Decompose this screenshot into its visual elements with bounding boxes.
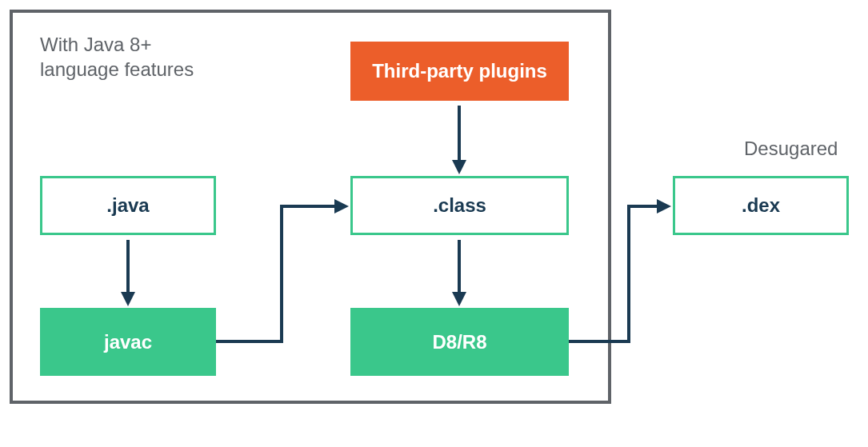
dex-label: .dex [742,194,780,217]
desugared-text: Desugared [744,138,838,159]
dex-node: .dex [673,176,849,235]
svg-marker-7 [657,199,671,214]
d8r8-label: D8/R8 [432,331,486,353]
plugins-node: Third-party plugins [350,42,569,101]
d8r8-node: D8/R8 [350,308,569,376]
class-node: .class [350,176,569,235]
plugins-label: Third-party plugins [372,60,547,82]
header-title: With Java 8+ language features [40,32,194,82]
java-label: .java [106,194,149,217]
javac-node: javac [40,308,216,376]
java-node: .java [40,176,216,235]
class-label: .class [433,194,486,217]
desugared-annotation: Desugared [744,138,838,160]
header-line2: language features [40,58,194,80]
header-line1: With Java 8+ [40,34,151,55]
javac-label: javac [104,331,152,353]
